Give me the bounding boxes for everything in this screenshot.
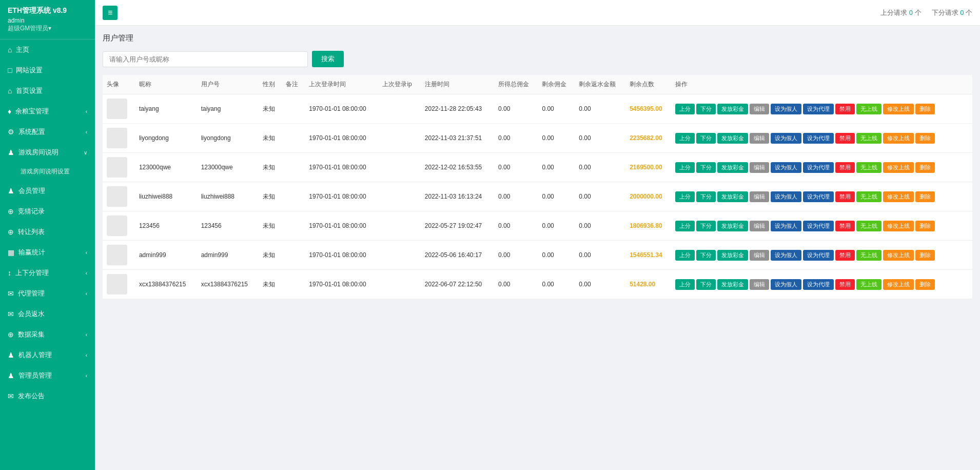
上分-button[interactable]: 上分	[675, 191, 695, 202]
site-settings-icon: □	[8, 66, 12, 74]
删除-button[interactable]: 删除	[915, 191, 935, 202]
sidebar-item-robot-manage[interactable]: ♟ 机器人管理 ‹	[0, 345, 95, 365]
发放彩金-button[interactable]: 发放彩金	[717, 250, 748, 261]
删除-button[interactable]: 删除	[915, 221, 935, 231]
编辑-button[interactable]: 编辑	[750, 162, 769, 173]
修改上线-button[interactable]: 修改上线	[883, 191, 914, 202]
sidebar-item-home-settings[interactable]: ⌂ 首页设置	[0, 81, 95, 101]
设为代理-button[interactable]: 设为代理	[803, 162, 834, 173]
search-button[interactable]: 搜索	[312, 51, 344, 67]
禁用-button[interactable]: 禁用	[835, 279, 855, 290]
下分-button[interactable]: 下分	[696, 104, 716, 114]
下分-button[interactable]: 下分	[696, 221, 716, 231]
sidebar-item-data-collect[interactable]: ⊕ 数据采集 ‹	[0, 324, 95, 345]
设为假人-button[interactable]: 设为假人	[771, 191, 801, 202]
设为代理-button[interactable]: 设为代理	[803, 133, 834, 144]
下分-button[interactable]: 下分	[696, 133, 716, 144]
修改上线-button[interactable]: 修改上线	[883, 133, 914, 144]
cell-remain-points: 1546551.34	[625, 241, 671, 270]
设为假人-button[interactable]: 设为假人	[771, 162, 801, 173]
无上线-button[interactable]: 无上线	[856, 133, 881, 144]
sidebar-item-agent-manage[interactable]: ✉ 代理管理 ‹	[0, 283, 95, 304]
sidebar-item-publish-notice[interactable]: ✉ 发布公告	[0, 386, 95, 406]
sidebar-item-game-room-desc[interactable]: ♟ 游戏房间说明 ∨	[0, 142, 95, 163]
编辑-button[interactable]: 编辑	[750, 250, 769, 261]
avatar-cell	[103, 182, 135, 211]
发放彩金-button[interactable]: 发放彩金	[717, 104, 748, 114]
sidebar-item-report-stats[interactable]: ▦ 输赢统计 ‹	[0, 242, 95, 263]
sidebar-item-admin-manage[interactable]: ♟ 管理员管理 ‹	[0, 365, 95, 386]
无上线-button[interactable]: 无上线	[856, 279, 881, 290]
修改上线-button[interactable]: 修改上线	[883, 104, 914, 114]
sidebar-item-site-settings[interactable]: □ 网站设置	[0, 60, 95, 81]
sidebar-sub-item-label: 游戏房间说明设置	[21, 168, 70, 175]
sidebar-item-surplus-manage[interactable]: ♦ 余粮宝管理 ‹	[0, 101, 95, 122]
无上线-button[interactable]: 无上线	[856, 191, 881, 202]
上分-button[interactable]: 上分	[675, 221, 695, 231]
sidebar-item-home[interactable]: ⌂ 主页	[0, 40, 95, 60]
无上线-button[interactable]: 无上线	[856, 162, 881, 173]
设为假人-button[interactable]: 设为假人	[771, 221, 801, 231]
sidebar-item-transfer-list[interactable]: ⊕ 转让列表	[0, 222, 95, 242]
下分-button[interactable]: 下分	[696, 162, 716, 173]
设为假人-button[interactable]: 设为假人	[771, 279, 801, 290]
编辑-button[interactable]: 编辑	[750, 221, 769, 231]
编辑-button[interactable]: 编辑	[750, 191, 769, 202]
删除-button[interactable]: 删除	[915, 162, 935, 173]
删除-button[interactable]: 删除	[915, 104, 935, 114]
发放彩金-button[interactable]: 发放彩金	[717, 279, 748, 290]
cell-actions: 上分下分发放彩金编辑设为假人设为代理禁用无上线修改上线删除	[671, 94, 972, 124]
上分-button[interactable]: 上分	[675, 250, 695, 261]
禁用-button[interactable]: 禁用	[835, 133, 855, 144]
设为假人-button[interactable]: 设为假人	[771, 133, 801, 144]
禁用-button[interactable]: 禁用	[835, 162, 855, 173]
下分-button[interactable]: 下分	[696, 250, 716, 261]
设为代理-button[interactable]: 设为代理	[803, 279, 834, 290]
上分-button[interactable]: 上分	[675, 104, 695, 114]
sidebar-item-member-return[interactable]: ✉ 会员返水	[0, 304, 95, 324]
下分-button[interactable]: 下分	[696, 191, 716, 202]
发放彩金-button[interactable]: 发放彩金	[717, 162, 748, 173]
禁用-button[interactable]: 禁用	[835, 104, 855, 114]
设为假人-button[interactable]: 设为假人	[771, 250, 801, 261]
无上线-button[interactable]: 无上线	[856, 104, 881, 114]
avatar	[107, 274, 127, 295]
删除-button[interactable]: 删除	[915, 133, 935, 144]
编辑-button[interactable]: 编辑	[750, 104, 769, 114]
上分-button[interactable]: 上分	[675, 279, 695, 290]
sidebar-toggle-button[interactable]: ≡	[103, 6, 117, 20]
sidebar-item-updown-manage[interactable]: ↕ 上下分管理 ‹	[0, 263, 95, 283]
search-input[interactable]	[103, 51, 308, 67]
修改上线-button[interactable]: 修改上线	[883, 250, 914, 261]
下分-button[interactable]: 下分	[696, 279, 716, 290]
禁用-button[interactable]: 禁用	[835, 191, 855, 202]
修改上线-button[interactable]: 修改上线	[883, 162, 914, 173]
禁用-button[interactable]: 禁用	[835, 250, 855, 261]
编辑-button[interactable]: 编辑	[750, 279, 769, 290]
sidebar-item-system-config[interactable]: ⚙ 系统配置 ‹	[0, 122, 95, 142]
修改上线-button[interactable]: 修改上线	[883, 221, 914, 231]
data-collect-icon: ⊕	[8, 330, 14, 339]
无上线-button[interactable]: 无上线	[856, 250, 881, 261]
发放彩金-button[interactable]: 发放彩金	[717, 221, 748, 231]
设为代理-button[interactable]: 设为代理	[803, 221, 834, 231]
sidebar-item-member-manage[interactable]: ♟ 会员管理	[0, 181, 95, 201]
删除-button[interactable]: 删除	[915, 250, 935, 261]
设为代理-button[interactable]: 设为代理	[803, 104, 834, 114]
禁用-button[interactable]: 禁用	[835, 221, 855, 231]
cell-reg_time: 2022-11-03 21:37:51	[421, 124, 494, 153]
设为代理-button[interactable]: 设为代理	[803, 191, 834, 202]
修改上线-button[interactable]: 修改上线	[883, 279, 914, 290]
sidebar-item-bet-records[interactable]: ⊕ 竞猜记录	[0, 201, 95, 222]
sidebar-item-game-room-desc-settings[interactable]: 游戏房间说明设置	[0, 163, 95, 181]
设为假人-button[interactable]: 设为假人	[771, 104, 801, 114]
发放彩金-button[interactable]: 发放彩金	[717, 133, 748, 144]
cell-remain-points: 1806936.80	[625, 211, 671, 241]
编辑-button[interactable]: 编辑	[750, 133, 769, 144]
无上线-button[interactable]: 无上线	[856, 221, 881, 231]
设为代理-button[interactable]: 设为代理	[803, 250, 834, 261]
发放彩金-button[interactable]: 发放彩金	[717, 191, 748, 202]
上分-button[interactable]: 上分	[675, 162, 695, 173]
删除-button[interactable]: 删除	[915, 279, 935, 290]
上分-button[interactable]: 上分	[675, 133, 695, 144]
